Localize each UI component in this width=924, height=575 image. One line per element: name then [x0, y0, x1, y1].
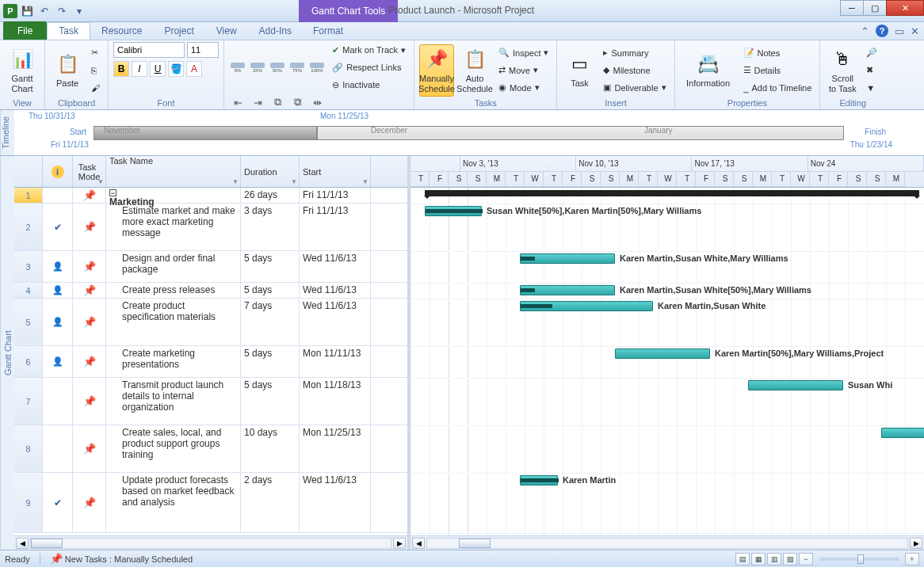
minimize-ribbon-icon[interactable]: ⌃: [861, 25, 869, 37]
gantt-bar[interactable]: [881, 428, 924, 438]
zoom-out-icon[interactable]: −: [799, 553, 813, 565]
row-number[interactable]: 6: [14, 346, 43, 377]
row-number[interactable]: 5: [14, 299, 43, 345]
mark-on-track-button[interactable]: ✔Mark on Track ▾: [329, 42, 409, 58]
table-row[interactable]: 9✔📌Update product forecasts based on mar…: [14, 473, 407, 533]
task-mode-cell[interactable]: 📌: [73, 425, 106, 472]
paste-button[interactable]: 📋 Paste: [50, 44, 85, 97]
start-cell[interactable]: Fri 11/1/13: [300, 204, 371, 250]
view-usage-icon[interactable]: ▦: [751, 553, 766, 565]
week-header[interactable]: Nov 3, '13: [460, 156, 576, 172]
close-button[interactable]: ✕: [886, 0, 924, 16]
row-header-blank[interactable]: [14, 156, 43, 187]
qat-dropdown-icon[interactable]: ▾: [71, 3, 87, 19]
scroll-track[interactable]: [30, 538, 391, 549]
format-painter-button[interactable]: 🖌: [88, 80, 103, 96]
zoom-slider[interactable]: [819, 558, 899, 561]
indicator-column-header[interactable]: i: [43, 156, 73, 187]
redo-icon[interactable]: ↷: [54, 3, 70, 19]
help-icon[interactable]: ?: [876, 25, 888, 37]
task-mode-cell[interactable]: 📌: [73, 299, 106, 345]
task-tab[interactable]: Task: [47, 22, 90, 40]
table-row[interactable]: 2✔📌Estimate market and make more exact m…: [14, 204, 407, 251]
percent-75%[interactable]: 75%: [288, 60, 306, 74]
gantt-scroll-track[interactable]: [426, 538, 908, 549]
bold-button[interactable]: B: [113, 61, 129, 77]
copy-button[interactable]: ⎘: [88, 63, 103, 78]
week-header[interactable]: Nov 17, '13: [692, 156, 808, 172]
start-cell[interactable]: Mon 11/18/13: [300, 378, 371, 425]
start-cell[interactable]: Mon 11/11/13: [300, 346, 371, 377]
manually-schedule-button[interactable]: 📌 Manually Schedule: [419, 44, 454, 97]
start-cell[interactable]: Wed 11/6/13: [300, 283, 371, 298]
day-header[interactable]: M: [886, 172, 905, 188]
duration-cell[interactable]: 5 days: [241, 378, 300, 425]
task-name-cell[interactable]: Transmit product launch details to inter…: [106, 378, 241, 425]
milestone-button[interactable]: ◆Milestone: [600, 63, 669, 78]
task-name-cell[interactable]: Create press releases: [106, 283, 241, 298]
task-name-column-header[interactable]: Task Name▼: [106, 156, 241, 187]
day-header[interactable]: M: [487, 172, 506, 188]
week-header[interactable]: Nov 10, '13: [576, 156, 692, 172]
file-tab[interactable]: File: [3, 21, 47, 40]
table-row[interactable]: 1📌−Marketing26 daysFri 11/1/13: [14, 188, 407, 204]
details-button[interactable]: ☰Details: [740, 63, 815, 78]
gantt-timescale[interactable]: Nov 3, '13Nov 10, '13Nov 17, '13Nov 24 T…: [410, 156, 924, 188]
gantt-bar[interactable]: [748, 380, 843, 390]
row-number[interactable]: 3: [14, 251, 43, 282]
font-size-input[interactable]: [187, 42, 219, 58]
task-name-cell[interactable]: Create marketing presentations: [106, 346, 241, 377]
duration-cell[interactable]: 5 days: [241, 283, 300, 298]
project-tab[interactable]: Project: [153, 22, 204, 40]
find-button[interactable]: 🔎: [863, 45, 880, 61]
percent-25%[interactable]: 25%: [249, 60, 266, 74]
scroll-right-icon[interactable]: ▶: [393, 538, 406, 549]
day-header[interactable]: S: [734, 172, 753, 188]
view-gantt-icon[interactable]: ▤: [735, 553, 750, 565]
start-cell[interactable]: Fri 11/1/13: [300, 188, 371, 203]
row-number[interactable]: 4: [14, 283, 43, 298]
task-mode-column-header[interactable]: Task Mode▼: [73, 156, 106, 187]
task-mode-cell[interactable]: 📌: [73, 283, 106, 298]
fill-color-button[interactable]: 🪣: [168, 61, 184, 77]
app-icon[interactable]: P: [3, 4, 17, 18]
gantt-scroll-left-icon[interactable]: ◀: [412, 538, 425, 549]
percent-0%[interactable]: 0%: [229, 60, 246, 74]
gantt-scroll-thumb[interactable]: [459, 539, 491, 548]
task-mode-cell[interactable]: 📌: [73, 204, 106, 250]
start-cell[interactable]: Wed 11/6/13: [300, 251, 371, 282]
gantt-scroll-right-icon[interactable]: ▶: [910, 538, 922, 549]
day-header[interactable]: W: [525, 172, 544, 188]
mode-button[interactable]: ◉Mode ▾: [495, 80, 552, 96]
link-tasks-button[interactable]: ⧉: [269, 95, 286, 109]
day-header[interactable]: S: [449, 172, 468, 188]
gantt-bar[interactable]: [425, 206, 482, 216]
task-mode-cell[interactable]: 📌: [73, 251, 106, 282]
minimize-button[interactable]: ─: [840, 0, 864, 16]
gantt-bar[interactable]: [615, 348, 710, 359]
italic-button[interactable]: I: [132, 61, 147, 77]
outline-toggle[interactable]: −: [109, 189, 116, 196]
gantt-bar[interactable]: [520, 253, 615, 264]
insert-task-button[interactable]: ▭ Task: [562, 44, 597, 97]
task-name-cell[interactable]: Create product specification materials: [106, 299, 241, 345]
task-mode-cell[interactable]: 📌: [73, 188, 106, 203]
inspect-button[interactable]: 🔍Inspect ▾: [495, 45, 552, 61]
start-cell[interactable]: Mon 11/25/13: [300, 425, 371, 472]
percent-100%[interactable]: 100%: [308, 60, 326, 74]
clear-button[interactable]: ✖: [863, 63, 880, 78]
start-column-header[interactable]: Start▼: [300, 156, 371, 187]
gantt-bar[interactable]: [520, 475, 558, 486]
day-header[interactable]: F: [696, 172, 715, 188]
table-row[interactable]: 3👤📌Design and order final package5 daysW…: [14, 251, 407, 283]
timeline-handle[interactable]: Timeline: [0, 110, 14, 155]
task-mode-cell[interactable]: 📌: [73, 346, 106, 377]
start-cell[interactable]: Wed 11/6/13: [300, 473, 371, 532]
duration-cell[interactable]: 5 days: [241, 251, 300, 282]
scroll-thumb[interactable]: [31, 539, 63, 548]
day-header[interactable]: W: [791, 172, 810, 188]
row-number[interactable]: 9: [14, 473, 43, 532]
information-button[interactable]: 📇 Information: [680, 44, 737, 97]
split-task-button[interactable]: ⇹: [308, 95, 326, 109]
row-number[interactable]: 8: [14, 425, 43, 472]
